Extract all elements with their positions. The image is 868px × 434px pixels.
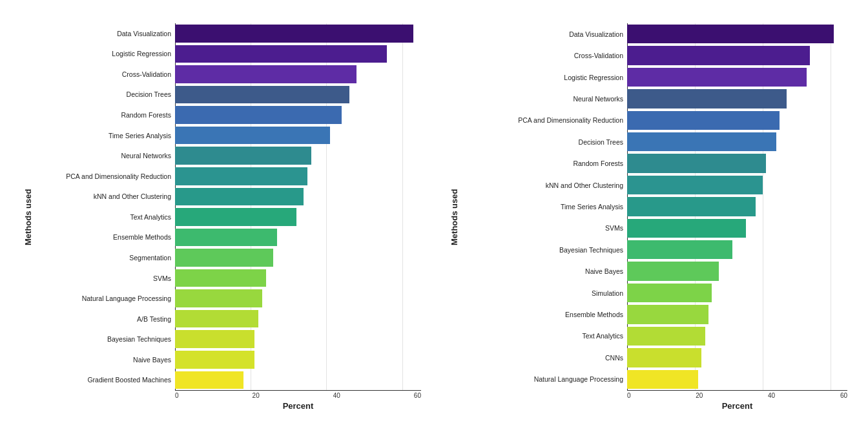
bar-fill bbox=[627, 348, 701, 367]
charts-container: Methods usedData VisualizationLogistic R… bbox=[14, 10, 854, 424]
bar-fill bbox=[627, 68, 807, 87]
bar-label: Simulation bbox=[459, 289, 627, 297]
bar-label: Bayesian Techniques bbox=[33, 335, 175, 343]
bar-fill bbox=[627, 132, 776, 151]
bar-row: Logistic Regression bbox=[459, 67, 847, 87]
bar-row: Data Visualization bbox=[33, 24, 421, 43]
bar-label: Random Forests bbox=[459, 160, 627, 167]
bar-row: Ensemble Methods bbox=[33, 228, 421, 247]
chart-right: Methods usedData VisualizationCross-Vali… bbox=[447, 23, 847, 411]
y-axis-label: Methods used bbox=[21, 23, 33, 411]
bar-row: Decision Trees bbox=[33, 85, 421, 105]
x-axis-title: Percent bbox=[175, 401, 421, 411]
bar-label: Data Visualization bbox=[459, 30, 627, 38]
bar-fill bbox=[175, 25, 413, 43]
bar-fill bbox=[175, 229, 277, 247]
bar-fill bbox=[627, 111, 780, 130]
bar-label: Ensemble Methods bbox=[459, 311, 627, 318]
bar-fill bbox=[175, 127, 330, 145]
bar-row: kNN and Other Clustering bbox=[33, 187, 421, 207]
bar-label: Time Series Analysis bbox=[459, 203, 627, 211]
bar-fill bbox=[175, 351, 254, 369]
bar-label: Neural Networks bbox=[33, 152, 175, 160]
bar-fill bbox=[627, 240, 732, 259]
bar-fill bbox=[627, 197, 756, 216]
bar-fill bbox=[627, 219, 746, 238]
bar-row: Text Analytics bbox=[33, 207, 421, 227]
bar-row: Random Forests bbox=[459, 153, 847, 173]
bar-label: Decision Trees bbox=[459, 138, 627, 146]
x-tick: 40 bbox=[333, 392, 340, 399]
bar-label: A/B Testing bbox=[33, 315, 175, 323]
bar-row: Random Forests bbox=[33, 105, 421, 125]
bar-fill bbox=[627, 305, 708, 324]
bar-label: Text Analytics bbox=[459, 332, 627, 340]
bar-row: Natural Language Processing bbox=[33, 289, 421, 308]
bar-fill bbox=[175, 249, 273, 267]
bar-label: Bayesian Techniques bbox=[459, 246, 627, 254]
bar-label: PCA and Dimensionality Reduction bbox=[33, 172, 175, 180]
x-tick: 0 bbox=[627, 392, 631, 399]
y-axis-label: Methods used bbox=[447, 23, 459, 411]
bar-fill bbox=[627, 46, 810, 65]
bar-row: PCA and Dimensionality Reduction bbox=[33, 167, 421, 186]
bar-fill bbox=[627, 284, 712, 302]
bar-label: Neural Networks bbox=[459, 95, 627, 103]
bar-label: SVMs bbox=[33, 274, 175, 282]
bar-row: A/B Testing bbox=[33, 309, 421, 329]
bar-label: PCA and Dimensionality Reduction bbox=[459, 116, 627, 124]
bar-fill bbox=[627, 262, 719, 280]
bar-fill bbox=[627, 327, 705, 346]
bar-label: Random Forests bbox=[33, 111, 175, 119]
bar-label: Natural Language Processing bbox=[33, 294, 175, 302]
bar-row: Cross-Validation bbox=[33, 65, 421, 84]
bar-label: kNN and Other Clustering bbox=[33, 192, 175, 200]
bar-row: Segmentation bbox=[33, 248, 421, 267]
bar-fill bbox=[627, 370, 698, 389]
bar-label: Time Series Analysis bbox=[33, 132, 175, 140]
x-axis: 0204060Percent bbox=[459, 390, 847, 411]
bar-row: Naive Bayes bbox=[459, 261, 847, 281]
x-tick: 60 bbox=[840, 392, 847, 399]
bar-label: kNN and Other Clustering bbox=[459, 181, 627, 189]
bar-fill bbox=[627, 89, 787, 108]
bar-fill bbox=[175, 208, 296, 226]
bar-label: Naive Bayes bbox=[459, 267, 627, 275]
bar-fill bbox=[175, 167, 307, 185]
bar-fill bbox=[175, 86, 349, 104]
bar-label: Logistic Regression bbox=[33, 50, 175, 57]
bar-row: Text Analytics bbox=[459, 326, 847, 346]
x-axis-title: Percent bbox=[627, 401, 847, 411]
bar-label: Text Analytics bbox=[33, 213, 175, 221]
x-tick: 40 bbox=[768, 392, 775, 399]
bar-row: Neural Networks bbox=[33, 146, 421, 165]
bar-row: Neural Networks bbox=[459, 88, 847, 108]
bar-fill bbox=[175, 147, 311, 165]
bar-fill bbox=[175, 289, 262, 307]
bar-row: Time Series Analysis bbox=[33, 126, 421, 145]
bar-label: Natural Language Processing bbox=[459, 375, 627, 383]
bar-row: Data Visualization bbox=[459, 24, 847, 44]
bar-row: Logistic Regression bbox=[33, 45, 421, 64]
bar-row: kNN and Other Clustering bbox=[459, 175, 847, 195]
bar-row: Decision Trees bbox=[459, 132, 847, 152]
bar-row: Time Series Analysis bbox=[459, 196, 847, 216]
bar-fill bbox=[175, 371, 243, 389]
chart-left: Methods usedData VisualizationLogistic R… bbox=[21, 23, 421, 411]
bar-fill bbox=[175, 188, 304, 206]
bar-fill bbox=[175, 269, 266, 287]
bar-row: SVMs bbox=[33, 269, 421, 288]
bar-label: Naive Bayes bbox=[33, 356, 175, 364]
bar-row: Simulation bbox=[459, 283, 847, 303]
bar-row: Cross-Validation bbox=[459, 45, 847, 65]
x-tick: 0 bbox=[175, 392, 179, 399]
bar-label: Data Visualization bbox=[33, 30, 175, 37]
bar-label: Segmentation bbox=[33, 254, 175, 262]
x-tick: 20 bbox=[253, 392, 260, 399]
bar-fill bbox=[175, 65, 356, 83]
bar-label: Decision Trees bbox=[33, 90, 175, 98]
bar-fill bbox=[627, 176, 763, 194]
bar-fill bbox=[627, 25, 834, 43]
x-tick: 20 bbox=[696, 392, 703, 399]
bar-label: Gradient Boosted Machines bbox=[33, 376, 175, 384]
